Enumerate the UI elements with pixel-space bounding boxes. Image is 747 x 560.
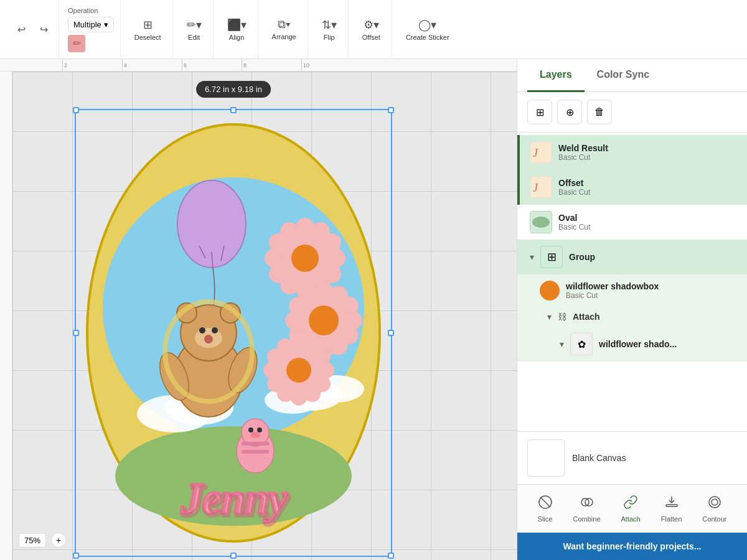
- layer-name-wildflower-sub: wildflower shado...: [599, 339, 692, 349]
- design-artwork: Jenny Jenny: [75, 109, 392, 557]
- attach-tool-label: Attach: [621, 515, 641, 523]
- svg-text:J: J: [533, 147, 538, 159]
- group-tool-icon: ⊞: [536, 106, 544, 118]
- create-sticker-icon: ◯▾: [418, 18, 436, 32]
- design-svg: Jenny Jenny: [75, 109, 392, 557]
- tab-layers[interactable]: Layers: [527, 59, 585, 92]
- combine-button[interactable]: Combine: [567, 491, 607, 526]
- flip-group: ⇅▾ Flip: [311, 0, 349, 58]
- svg-point-68: [257, 427, 262, 432]
- svg-rect-79: [666, 505, 677, 506]
- zoom-bar: 75% +: [19, 533, 66, 548]
- offset-label: Offset: [362, 34, 380, 41]
- attach-button[interactable]: Attach: [615, 491, 647, 526]
- canvas-area[interactable]: 2 4 6 8 10 6.72 in x 9.18 in: [0, 59, 517, 560]
- attach-chevron-icon[interactable]: ▾: [547, 312, 552, 322]
- svg-point-74: [532, 217, 550, 228]
- cta-button[interactable]: Want beginner-friendly projects...: [517, 533, 747, 560]
- redo-button[interactable]: ↪: [34, 19, 54, 39]
- operation-chevron: ▾: [104, 20, 108, 29]
- tab-color-sync[interactable]: Color Sync: [585, 59, 662, 92]
- layer-info-offset: Offset Basic Cut: [558, 178, 737, 197]
- svg-point-47: [286, 358, 311, 383]
- operation-select[interactable]: Multiple ▾: [68, 17, 114, 32]
- layer-item-oval[interactable]: Oval Basic Cut: [517, 205, 747, 240]
- layer-item-wildflower-shadowbox[interactable]: wildflower shadowbox Basic Cut: [517, 274, 747, 307]
- layer-name-weld-result: Weld Result: [558, 143, 737, 153]
- panel-tabs: Layers Color Sync: [517, 59, 747, 92]
- align-button[interactable]: ⬛▾ Align: [222, 16, 251, 44]
- layer-thumb-weld-result: J: [530, 141, 552, 164]
- dimension-tooltip: 6.72 in x 9.18 in: [196, 81, 271, 98]
- layer-thumb-oval: [530, 211, 552, 233]
- delete-layer-button[interactable]: 🗑: [587, 100, 612, 124]
- arrange-button[interactable]: ⧉▾ Arrange: [267, 16, 301, 43]
- slice-icon: [538, 495, 553, 513]
- svg-point-59: [204, 335, 213, 343]
- create-sticker-button[interactable]: ◯▾ Create Sticker: [401, 16, 454, 44]
- operation-value: Multiple: [73, 20, 101, 29]
- layer-item-attach[interactable]: ▾ ⛓ Attach: [517, 307, 747, 327]
- combine-icon: [580, 495, 594, 513]
- deselect-group: ⊞ Deselect: [123, 0, 173, 58]
- svg-point-21: [291, 245, 319, 272]
- svg-point-80: [709, 497, 720, 508]
- canvas-label: Blank Canvas: [572, 453, 626, 463]
- layer-item-group[interactable]: ▾ ⊞ Group: [517, 240, 747, 274]
- undo-button[interactable]: ↩: [11, 19, 31, 39]
- layer-item-weld-result[interactable]: J Weld Result Basic Cut: [517, 135, 747, 170]
- layer-sub-wildflower: Basic Cut: [566, 291, 737, 300]
- flatten-button[interactable]: Flatten: [655, 491, 688, 526]
- ruler-tick-10: 10: [301, 59, 361, 72]
- slice-button[interactable]: Slice: [532, 491, 559, 526]
- layer-name-offset: Offset: [558, 178, 737, 188]
- attach-label: Attach: [573, 312, 600, 322]
- layer-item-offset[interactable]: J Offset Basic Cut: [517, 170, 747, 205]
- design-container[interactable]: 6.72 in x 9.18 in: [75, 109, 392, 557]
- offset-button[interactable]: ⚙▾ Offset: [357, 16, 385, 44]
- offset-icon: ⚙▾: [364, 18, 379, 32]
- deselect-button[interactable]: ⊞ Deselect: [129, 16, 166, 44]
- flip-label: Flip: [324, 34, 335, 41]
- flatten-icon: [664, 495, 679, 513]
- edit-button[interactable]: ✏▾ Edit: [182, 16, 207, 44]
- wildflower-sub-chevron[interactable]: ▾: [560, 339, 564, 349]
- layer-name-wildflower: wildflower shadowbox: [566, 281, 737, 291]
- layer-info-wildflower-sub: wildflower shado...: [599, 339, 737, 349]
- right-panel: Layers Color Sync ⊞ ⊕ 🗑 J Weld Re: [517, 59, 747, 560]
- ruler-tick-8: 8: [242, 59, 301, 72]
- flip-button[interactable]: ⇅▾ Flip: [317, 16, 342, 44]
- group-tool-button[interactable]: ⊞: [527, 100, 552, 124]
- zoom-plus-button[interactable]: +: [51, 533, 66, 548]
- flatten-label: Flatten: [661, 515, 682, 523]
- layer-name-oval: Oval: [558, 213, 737, 223]
- main-area: 2 4 6 8 10 6.72 in x 9.18 in: [0, 59, 747, 560]
- add-layer-button[interactable]: ⊕: [557, 100, 582, 124]
- group-chevron-icon[interactable]: ▾: [530, 252, 534, 262]
- layer-sub-weld-result: Basic Cut: [558, 153, 737, 162]
- ruler-tick-4: 4: [122, 59, 182, 72]
- slice-label: Slice: [538, 515, 553, 523]
- arrange-group: ⧉▾ Arrange: [261, 0, 308, 58]
- vertical-ruler: [0, 59, 12, 560]
- combine-label: Combine: [573, 515, 601, 523]
- deselect-label: Deselect: [134, 34, 161, 41]
- layer-sub-oval: Basic Cut: [558, 223, 737, 231]
- layer-thumb-wildflower-sub: ✿: [570, 333, 593, 355]
- zoom-level: 75%: [19, 533, 46, 548]
- contour-button[interactable]: Contour: [696, 491, 733, 526]
- align-icon: ⬛▾: [227, 18, 247, 32]
- delete-layer-icon: 🗑: [594, 106, 604, 118]
- attach-icon: ⛓: [558, 312, 566, 322]
- layer-thumb-offset: J: [530, 176, 552, 198]
- contour-label: Contour: [702, 515, 726, 523]
- edit-group: ✏▾ Edit: [176, 0, 214, 58]
- undo-redo-area: ↩ ↪: [6, 0, 59, 58]
- layer-sub-offset: Basic Cut: [558, 188, 737, 197]
- operation-color-swatch[interactable]: ✏: [68, 35, 85, 52]
- main-toolbar: ↩ ↪ Operation Multiple ▾ ✏ ⊞ Deselect ✏▾…: [0, 0, 747, 59]
- ruler-ticks: 2 4 6 8 10: [62, 59, 361, 72]
- layer-item-wildflower-sub[interactable]: ▾ ✿ wildflower shado...: [517, 327, 747, 362]
- edit-label: Edit: [188, 34, 200, 41]
- svg-rect-65: [242, 442, 269, 446]
